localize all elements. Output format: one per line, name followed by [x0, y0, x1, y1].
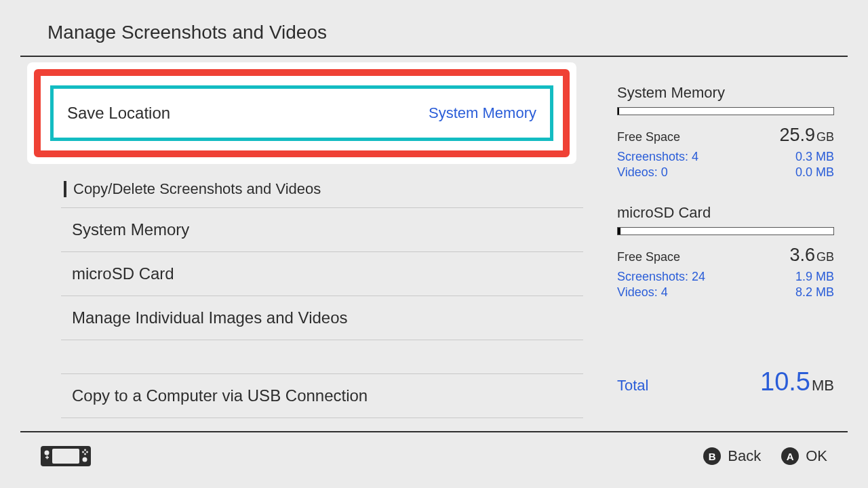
svg-rect-10 [47, 455, 48, 459]
footer-buttons: B Back A OK [703, 447, 827, 465]
free-space-label: Free Space [617, 250, 680, 264]
svg-point-5 [84, 449, 86, 451]
svg-point-6 [82, 451, 84, 453]
microsd-title: microSD Card [617, 204, 848, 222]
microsd-free-row: Free Space 3.6GB [617, 245, 834, 266]
b-button-icon: B [703, 447, 721, 465]
back-label: Back [728, 447, 761, 465]
svg-point-7 [86, 451, 88, 453]
system-memory-videos-label: Videos: 0 [617, 165, 668, 180]
page-header: Manage Screenshots and Videos [0, 0, 868, 56]
microsd-bar [617, 227, 834, 235]
total-unit: MB [812, 377, 834, 394]
save-location-row[interactable]: Save Location System Memory [50, 85, 553, 141]
microsd-free-unit: GB [816, 250, 834, 264]
free-space-label: Free Space [617, 130, 680, 144]
main-panel: Save Location System Memory Copy/Delete … [20, 57, 604, 431]
microsd-videos-label: Videos: 4 [617, 285, 668, 300]
microsd-free-value: 3.6 [789, 245, 815, 265]
save-location-label: Save Location [67, 104, 170, 123]
page-title: Manage Screenshots and Videos [47, 22, 821, 43]
list-item-system-memory[interactable]: System Memory [61, 208, 583, 252]
system-memory-block: System Memory Free Space 25.9GB Screensh… [617, 84, 848, 180]
section-header-label: Copy/Delete Screenshots and Videos [73, 180, 321, 198]
list-item-copy-usb[interactable]: Copy to a Computer via USB Connection [61, 374, 583, 418]
footer-bar: B Back A OK [20, 431, 848, 466]
ok-label: OK [806, 447, 827, 465]
total-label: Total [617, 377, 648, 394]
list-item-manage-individual[interactable]: Manage Individual Images and Videos [61, 296, 583, 340]
svg-rect-1 [52, 449, 79, 464]
microsd-videos-value: 8.2 MB [795, 285, 834, 300]
system-memory-title: System Memory [617, 84, 848, 102]
system-memory-free-unit: GB [816, 130, 834, 144]
system-memory-videos-row: Videos: 0 0.0 MB [617, 165, 834, 180]
svg-point-8 [84, 453, 86, 455]
save-location-callout: Save Location System Memory [34, 69, 570, 157]
system-memory-screenshots-label: Screenshots: 4 [617, 150, 698, 164]
svg-point-2 [45, 451, 50, 455]
total-value: 10.5 [760, 367, 810, 396]
microsd-bar-fill [618, 228, 620, 235]
list-section-header: Copy/Delete Screenshots and Videos [61, 171, 583, 208]
system-memory-free-value: 25.9 [779, 125, 815, 145]
ok-button[interactable]: A OK [781, 447, 827, 465]
microsd-screenshots-label: Screenshots: 24 [617, 270, 705, 284]
system-memory-screenshots-value: 0.3 MB [795, 150, 834, 164]
save-location-value: System Memory [429, 104, 536, 122]
microsd-screenshots-value: 1.9 MB [795, 270, 834, 284]
system-memory-screenshots-row: Screenshots: 4 0.3 MB [617, 150, 834, 164]
system-memory-bar [617, 107, 834, 115]
back-button[interactable]: B Back [703, 447, 761, 465]
svg-point-3 [83, 458, 87, 462]
microsd-screenshots-row: Screenshots: 24 1.9 MB [617, 270, 834, 284]
microsd-block: microSD Card Free Space 3.6GB Screenshot… [617, 204, 848, 300]
save-location-highlight: Save Location System Memory [27, 62, 576, 164]
list-spacer [61, 340, 583, 374]
storage-panel: System Memory Free Space 25.9GB Screensh… [604, 57, 848, 431]
controller-icon [41, 446, 91, 466]
system-memory-videos-value: 0.0 MB [795, 165, 834, 180]
microsd-videos-row: Videos: 4 8.2 MB [617, 285, 834, 300]
total-row: Total 10.5MB [617, 367, 834, 396]
list-item-microsd[interactable]: microSD Card [61, 252, 583, 296]
menu-list: Copy/Delete Screenshots and Videos Syste… [61, 171, 583, 418]
system-memory-bar-fill [618, 108, 619, 115]
section-marker-icon [64, 181, 66, 197]
a-button-icon: A [781, 447, 799, 465]
content-area: Save Location System Memory Copy/Delete … [0, 57, 868, 431]
system-memory-free-row: Free Space 25.9GB [617, 125, 834, 146]
